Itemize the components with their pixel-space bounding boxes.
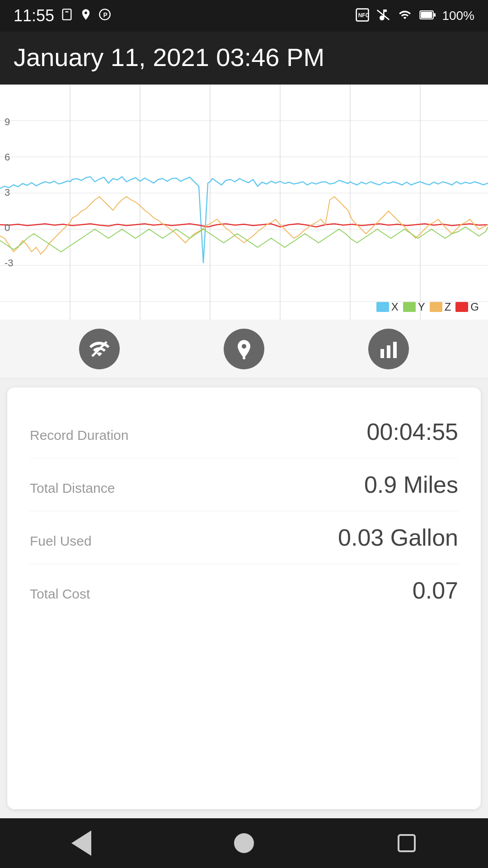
svg-rect-9 <box>421 12 432 18</box>
svg-rect-26 <box>387 345 390 358</box>
y-label-9: 9 <box>5 116 10 128</box>
chart-legend: X Y Z G <box>376 301 479 313</box>
stat-label-duration: Record Duration <box>30 428 128 443</box>
nav-bar <box>0 818 488 868</box>
page-title: January 11, 2021 03:46 PM <box>14 42 474 72</box>
stats-button[interactable] <box>368 329 409 369</box>
wifi-status-icon <box>397 9 413 23</box>
status-bar: 11:55 P NFC 100% <box>0 0 488 32</box>
stats-card: Record Duration 00:04:55 Total Distance … <box>7 387 481 809</box>
stat-label-fuel: Fuel Used <box>30 533 92 549</box>
legend-z: Z <box>430 301 451 313</box>
mute-icon <box>376 8 390 24</box>
legend-y-label: Y <box>418 301 425 313</box>
y-label-neg3: -3 <box>5 257 14 269</box>
stat-label-distance: Total Distance <box>30 481 115 496</box>
svg-rect-27 <box>393 342 397 358</box>
nav-recents-button[interactable] <box>389 825 425 861</box>
action-bar <box>0 320 488 378</box>
status-icons-right: NFC 100% <box>355 8 474 24</box>
stat-row-fuel: Fuel Used 0.03 Gallon <box>30 511 458 564</box>
stat-row-distance: Total Distance 0.9 Miles <box>30 458 458 511</box>
legend-g-color <box>455 302 468 312</box>
header: January 11, 2021 03:46 PM <box>0 32 488 85</box>
stat-label-cost: Total Cost <box>30 586 90 602</box>
location-pin-icon <box>80 8 92 24</box>
legend-x: X <box>376 301 399 313</box>
svg-text:P: P <box>103 11 108 18</box>
stat-row-duration: Record Duration 00:04:55 <box>30 406 458 458</box>
nav-home-button[interactable] <box>226 825 262 861</box>
legend-x-color <box>376 302 389 312</box>
legend-x-label: X <box>391 301 399 313</box>
nfc-icon: NFC <box>355 8 370 24</box>
legend-g: G <box>455 301 479 313</box>
svg-text:NFC: NFC <box>358 12 370 19</box>
svg-rect-8 <box>434 13 436 17</box>
stat-value-distance: 0.9 Miles <box>364 471 458 498</box>
legend-y: Y <box>403 301 425 313</box>
phone-icon <box>61 8 73 24</box>
nav-back-button[interactable] <box>63 825 99 861</box>
parking-icon: P <box>99 8 111 24</box>
battery-icon <box>419 9 436 23</box>
home-icon <box>234 833 254 853</box>
legend-g-label: G <box>470 301 479 313</box>
y-label-3: 3 <box>5 187 10 198</box>
status-time: 11:55 <box>14 6 54 25</box>
legend-z-color <box>430 302 442 312</box>
wifi-button[interactable] <box>79 329 120 369</box>
y-label-6: 6 <box>5 151 10 163</box>
legend-z-label: Z <box>445 301 451 313</box>
location-button[interactable] <box>224 329 264 369</box>
stat-value-cost: 0.07 <box>413 577 458 604</box>
stat-row-cost: Total Cost 0.07 <box>30 564 458 617</box>
svg-point-24 <box>243 357 245 359</box>
svg-rect-0 <box>63 9 71 19</box>
svg-rect-25 <box>380 349 384 358</box>
y-label-0: 0 <box>5 222 10 234</box>
stat-value-fuel: 0.03 Gallon <box>338 524 458 551</box>
sensor-chart <box>0 85 488 320</box>
stat-value-duration: 00:04:55 <box>367 418 458 445</box>
battery-percent: 100% <box>442 9 474 23</box>
recents-icon <box>398 834 416 852</box>
chart-area: 9 6 3 0 -3 X Y Z G <box>0 85 488 320</box>
legend-y-color <box>403 302 416 312</box>
back-icon <box>71 830 91 856</box>
